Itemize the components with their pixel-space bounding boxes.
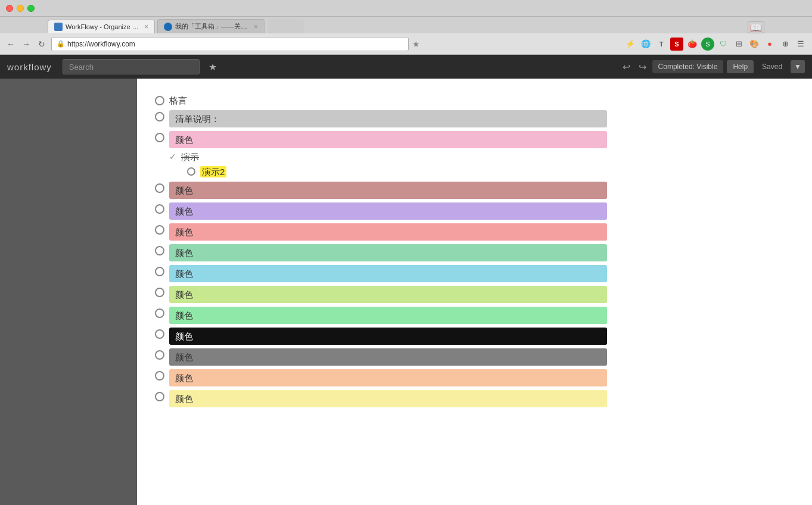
completed-button[interactable]: Completed: Visible (652, 60, 724, 73)
shield-icon[interactable]: 🛡 (717, 38, 730, 51)
item-text-color5: 颜色 (169, 244, 794, 261)
item-text-motto: 格言 (169, 94, 794, 107)
browser-icons: ⚡ 🌐 T S 🍅 S 🛡 ⊞ 🎨 ● ⊕ ☰ (624, 38, 807, 51)
bullet-icon[interactable] (155, 308, 164, 318)
wf-toolbar: workflowy ★ ↩ ↪ Completed: Visible Help … (0, 55, 812, 79)
wf-content: 格言 清单说明： 颜色 (137, 79, 812, 505)
wf-main: 格言 清单说明： 颜色 (0, 79, 812, 505)
list-item: 颜色 (155, 131, 794, 148)
bullet-icon[interactable] (155, 204, 164, 214)
lightning-icon[interactable]: ⚡ (624, 38, 637, 51)
checkmark-icon: ✓ (169, 152, 176, 161)
tomato-icon[interactable]: 🍅 (686, 38, 699, 51)
tab-favicon-workflowy (54, 23, 63, 31)
redo-button[interactable]: ↪ (636, 60, 649, 74)
item-text-color4: 颜色 (169, 223, 794, 241)
list-item: 颜色 (155, 390, 794, 407)
refresh-button[interactable]: ↻ (36, 38, 48, 50)
tabs-bar: WorkFlowy - Organize you... × 我的「工具箱」——关… (0, 17, 812, 33)
menu-icon[interactable]: ☰ (794, 38, 807, 51)
check-item-text-demo: 演示 (181, 152, 199, 163)
list-item: 颜色 (155, 182, 794, 199)
evernote-icon[interactable]: S (701, 38, 714, 51)
grid-icon[interactable]: ⊞ (732, 38, 745, 51)
list-item: 颜色 (155, 369, 794, 386)
tab-workflowy[interactable]: WorkFlowy - Organize you... × (48, 20, 155, 33)
book-icon[interactable]: 📖 (748, 21, 764, 33)
item-text-color10: 颜色 (169, 348, 794, 366)
address-bar: ← → ↻ 🔒 https://workflowy.com ★ ⚡ 🌐 T S … (0, 33, 812, 55)
list-item: 颜色 (155, 265, 794, 282)
list-item: 颜色 (155, 286, 794, 303)
sub-item-text-demo2: 演示2 (200, 166, 794, 178)
list-item: 颜色 (155, 223, 794, 241)
text-icon[interactable]: T (655, 38, 668, 51)
list-item: 颜色 (155, 328, 794, 345)
bullet-icon[interactable] (155, 246, 164, 255)
bullet-icon[interactable] (155, 112, 164, 121)
minimize-button[interactable] (17, 5, 24, 12)
list-item: 颜色 (155, 307, 794, 324)
scratchpad-icon[interactable]: S (670, 38, 683, 51)
tab-tools[interactable]: 我的「工具箱」——关于工具... × (157, 19, 265, 33)
lock-icon: 🔒 (57, 40, 65, 48)
power-icon[interactable]: ⊕ (779, 38, 792, 51)
help-button[interactable]: Help (727, 60, 754, 73)
wf-bookmark-icon[interactable]: ★ (206, 60, 220, 74)
item-text-color12: 颜色 (169, 390, 794, 407)
toolbar-dropdown-button[interactable]: ▼ (791, 60, 805, 73)
url-bar[interactable]: 🔒 https://workflowy.com (51, 37, 409, 51)
item-text-color3: 颜色 (169, 202, 794, 220)
tab-label-tools: 我的「工具箱」——关于工具... (175, 22, 251, 31)
bullet-icon[interactable] (155, 371, 164, 381)
back-button[interactable]: ← (5, 38, 17, 50)
highlighted-text: 演示2 (200, 166, 226, 177)
item-text-color9: 颜色 (169, 328, 794, 345)
bullet-icon[interactable] (155, 350, 164, 360)
undo-button[interactable]: ↩ (620, 60, 633, 74)
item-text-color8: 颜色 (169, 307, 794, 324)
bullet-icon[interactable] (155, 288, 164, 297)
bullet-icon[interactable] (155, 183, 164, 193)
list-item: 颜色 (155, 202, 794, 220)
forward-button[interactable]: → (20, 38, 32, 50)
new-tab-area (268, 19, 304, 33)
wf-logo[interactable]: workflowy (7, 62, 52, 72)
workflowy-app: workflowy ★ ↩ ↪ Completed: Visible Help … (0, 55, 812, 505)
close-button[interactable] (6, 5, 13, 12)
browser-window: WorkFlowy - Organize you... × 我的「工具箱」——关… (0, 0, 812, 505)
bullet-icon[interactable] (155, 96, 164, 105)
url-text: https://workflowy.com (67, 40, 403, 48)
bullet-icon[interactable] (155, 329, 164, 339)
tab-favicon-tools (164, 23, 172, 31)
tab-label-workflowy: WorkFlowy - Organize you... (66, 23, 141, 30)
item-text-note: 清单说明： (169, 110, 794, 127)
wf-sidebar (0, 79, 137, 505)
tab-close-tools[interactable]: × (254, 23, 258, 31)
saved-status: Saved (757, 60, 787, 73)
chrome-icon[interactable]: ● (763, 38, 776, 51)
wf-toolbar-right: ↩ ↪ Completed: Visible Help Saved ▼ (620, 60, 805, 74)
item-text-color7: 颜色 (169, 286, 794, 303)
item-text-color11: 颜色 (169, 369, 794, 386)
sub-bullet-icon[interactable] (187, 167, 195, 176)
item-text-color1: 颜色 (169, 131, 794, 148)
bullet-icon[interactable] (155, 392, 164, 401)
traffic-lights (6, 5, 35, 12)
list-item: 格言 (155, 94, 794, 107)
sub-item: 演示2 (169, 166, 794, 178)
bookmark-star[interactable]: ★ (412, 39, 420, 49)
search-input[interactable] (63, 59, 200, 74)
bullet-icon[interactable] (155, 225, 164, 235)
maximize-button[interactable] (27, 5, 35, 12)
item-text-color6: 颜色 (169, 265, 794, 282)
list-item: 清单说明： (155, 110, 794, 127)
check-item: ✓ 演示 (169, 152, 794, 163)
item-text-color2: 颜色 (169, 182, 794, 199)
translate-icon[interactable]: 🌐 (639, 38, 652, 51)
bullet-icon[interactable] (155, 133, 164, 142)
bullet-icon[interactable] (155, 267, 164, 276)
tab-close-workflowy[interactable]: × (144, 23, 148, 31)
palette-icon[interactable]: 🎨 (748, 38, 761, 51)
title-bar (0, 0, 812, 17)
